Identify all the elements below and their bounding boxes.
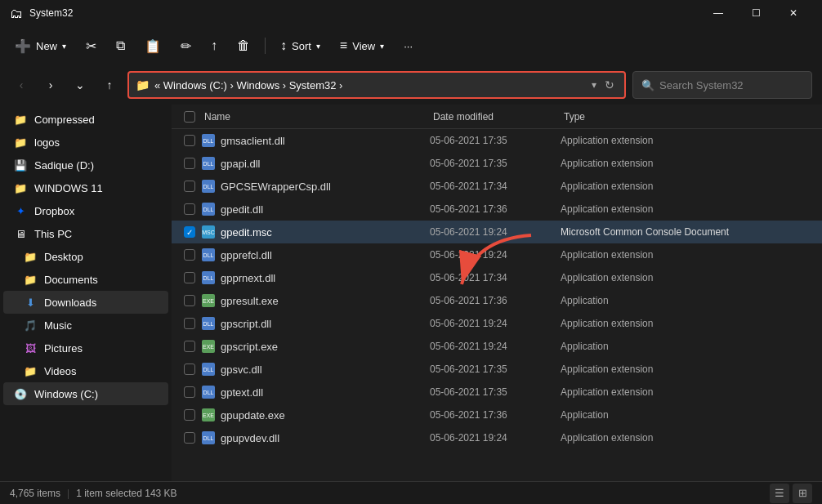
sidebar-item-windows-c[interactable]: 💿 Windows (C:) <box>3 382 168 405</box>
file-date: 05-06-2021 17:35 <box>430 364 561 375</box>
table-row[interactable]: DLL gpprnext.dll 05-06-2021 17:34 Applic… <box>172 266 822 289</box>
file-checkbox[interactable] <box>184 318 195 329</box>
file-checkbox[interactable] <box>184 249 195 261</box>
file-checkbox[interactable] <box>184 181 195 192</box>
drive-c-icon: 💿 <box>13 386 28 401</box>
sidebar-item-logos[interactable]: 📁 logos <box>3 131 168 154</box>
file-check[interactable] <box>178 318 201 329</box>
forward-button[interactable]: › <box>39 74 62 96</box>
up-button[interactable]: ↑ <box>98 74 121 96</box>
file-checkbox[interactable] <box>184 341 195 352</box>
file-checkbox[interactable] <box>184 272 195 283</box>
grid-view-button[interactable]: ⊞ <box>793 484 812 503</box>
table-row[interactable]: DLL GPCSEWrapperCsp.dll 05-06-2021 17:34… <box>172 175 822 198</box>
file-check[interactable] <box>178 295 201 306</box>
file-type: Application extension <box>561 318 815 329</box>
address-bar[interactable]: 📁 « Windows (C:) › Windows › System32 › … <box>127 71 626 99</box>
file-date: 05-06-2021 19:24 <box>430 341 561 352</box>
file-checkbox[interactable] <box>184 135 195 146</box>
file-checkbox[interactable] <box>184 364 195 375</box>
sidebar-item-windows11[interactable]: 📁 WINDOWS 11 <box>3 176 168 199</box>
copy-button[interactable]: ⧉ <box>108 33 133 58</box>
file-checkbox[interactable] <box>184 432 195 444</box>
view-label: View <box>352 40 375 52</box>
file-type: Application extension <box>561 181 815 192</box>
file-check[interactable] <box>178 386 201 398</box>
file-checkbox[interactable]: ✓ <box>184 226 195 238</box>
header-checkbox[interactable] <box>184 111 195 123</box>
file-name: gpscript.exe <box>221 341 430 353</box>
file-type: Application extension <box>561 272 815 283</box>
dropdown-button[interactable]: ⌄ <box>69 74 92 96</box>
sidebar-item-thispc[interactable]: 🖥 This PC <box>3 222 168 245</box>
more-button[interactable]: ··· <box>395 35 421 57</box>
file-checkbox[interactable] <box>184 409 195 421</box>
view-button[interactable]: ≡ View ▾ <box>332 33 392 58</box>
file-check[interactable] <box>178 249 201 261</box>
table-row[interactable]: EXE gpupdate.exe 05-06-2021 17:36 Applic… <box>172 404 822 426</box>
header-check[interactable] <box>178 111 201 123</box>
new-button[interactable]: ➕ New ▾ <box>7 33 74 59</box>
column-date-header[interactable]: Date modified <box>430 111 561 123</box>
file-checkbox[interactable] <box>184 295 195 306</box>
table-row[interactable]: DLL gpedit.dll 05-06-2021 17:36 Applicat… <box>172 198 822 221</box>
sort-button[interactable]: ↕ Sort ▾ <box>272 33 328 58</box>
sidebar-item-sadique-d[interactable]: 💾 Sadique (D:) <box>3 154 168 176</box>
refresh-button[interactable]: ↻ <box>601 77 618 93</box>
file-check[interactable] <box>178 341 201 352</box>
file-icon: DLL <box>201 248 216 262</box>
sidebar-item-dropbox[interactable]: ✦ Dropbox <box>3 199 168 222</box>
table-row[interactable]: DLL gpupvdev.dll 05-06-2021 19:24 Applic… <box>172 426 822 449</box>
exe-icon: EXE <box>202 408 215 421</box>
table-row[interactable]: EXE gpresult.exe 05-06-2021 17:36 Applic… <box>172 289 822 312</box>
column-type-header[interactable]: Type <box>561 111 815 123</box>
sidebar-item-pictures[interactable]: 🖼 Pictures <box>3 337 168 359</box>
list-view-button[interactable]: ☰ <box>770 484 789 503</box>
sidebar-item-videos[interactable]: 📁 Videos <box>3 359 168 382</box>
folder-icon: 📁 <box>13 181 28 195</box>
table-row[interactable]: DLL gmsaclient.dll 05-06-2021 17:35 Appl… <box>172 129 822 152</box>
table-row[interactable]: ✓ MSC gpedit.msc 05-06-2021 19:24 Micros… <box>172 221 822 243</box>
file-check[interactable] <box>178 135 201 146</box>
file-icon: EXE <box>201 293 216 308</box>
file-date: 05-06-2021 17:35 <box>430 135 561 146</box>
file-check[interactable] <box>178 158 201 169</box>
file-check[interactable] <box>178 272 201 283</box>
file-check[interactable] <box>178 181 201 192</box>
file-checkbox[interactable] <box>184 158 195 169</box>
file-check[interactable] <box>178 409 201 421</box>
sidebar-item-desktop[interactable]: 📁 Desktop <box>3 245 168 268</box>
back-button[interactable]: ‹ <box>10 74 33 96</box>
sidebar-item-music[interactable]: 🎵 Music <box>3 314 168 337</box>
table-row[interactable]: DLL gpprefcl.dll 05-06-2021 19:24 Applic… <box>172 243 822 266</box>
table-row[interactable]: DLL gpscript.dll 05-06-2021 19:24 Applic… <box>172 312 822 335</box>
share-button[interactable]: ↑ <box>203 33 226 58</box>
sidebar-item-compressed[interactable]: 📁 Compressed <box>3 108 168 131</box>
paste-button[interactable]: 📋 <box>136 33 169 59</box>
file-type: Application extension <box>561 432 815 444</box>
address-chevron-icon[interactable]: ▾ <box>592 79 596 91</box>
pc-icon: 🖥 <box>13 226 28 241</box>
close-button[interactable]: ✕ <box>775 0 812 26</box>
delete-button[interactable]: 🗑 <box>229 33 258 58</box>
file-checkbox[interactable] <box>184 386 195 398</box>
maximize-button[interactable]: ☐ <box>737 0 775 26</box>
rename-button[interactable]: ✏ <box>172 33 199 59</box>
table-row[interactable]: DLL gpsvc.dll 05-06-2021 17:35 Applicati… <box>172 358 822 381</box>
search-box[interactable]: 🔍 Search System32 <box>632 71 812 99</box>
file-checkbox[interactable] <box>184 203 195 215</box>
table-row[interactable]: EXE gpscript.exe 05-06-2021 19:24 Applic… <box>172 335 822 358</box>
cut-button[interactable]: ✂ <box>78 33 105 59</box>
table-row[interactable]: DLL gpapi.dll 05-06-2021 17:35 Applicati… <box>172 152 822 175</box>
table-row[interactable]: DLL gptext.dll 05-06-2021 17:35 Applicat… <box>172 381 822 404</box>
sidebar-item-documents[interactable]: 📁 Documents <box>3 268 168 291</box>
address-breadcrumb: « Windows (C:) › Windows › System32 › <box>154 79 587 91</box>
sidebar-item-downloads[interactable]: ⬇ Downloads <box>3 291 168 314</box>
file-check[interactable] <box>178 203 201 215</box>
file-date: 05-06-2021 17:35 <box>430 386 561 398</box>
file-check[interactable]: ✓ <box>178 226 201 238</box>
minimize-button[interactable]: — <box>699 0 737 26</box>
file-check[interactable] <box>178 432 201 444</box>
file-check[interactable] <box>178 364 201 375</box>
column-name-header[interactable]: Name <box>201 111 430 123</box>
